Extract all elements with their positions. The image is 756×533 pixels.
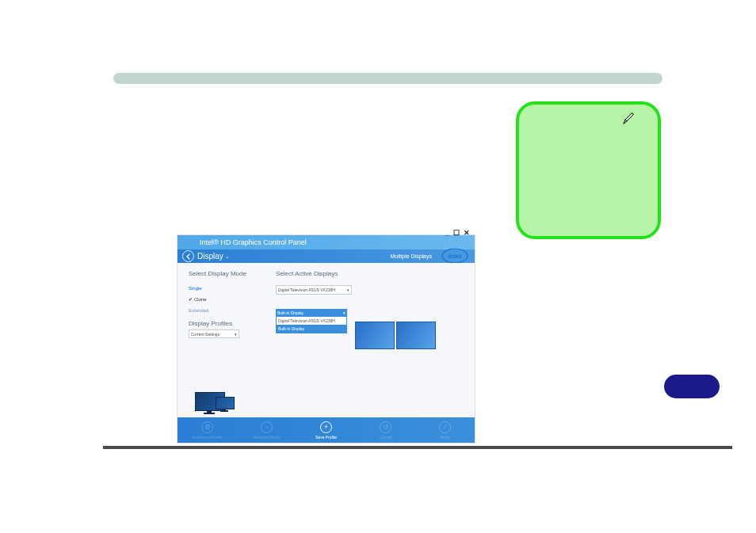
select-active-displays-label: Select Active Displays xyxy=(276,270,338,277)
chevron-down-icon: ▾ xyxy=(347,287,349,292)
bottom-action-bar: ⚙ Advanced Profile − Remove Profile + Sa… xyxy=(178,417,475,443)
check-icon: ✓ xyxy=(439,421,451,433)
svg-text:intel: intel xyxy=(449,253,461,260)
dropdown-option-2[interactable]: Built-in Display xyxy=(277,325,346,333)
decorative-grey-bar xyxy=(113,73,662,84)
chevron-down-icon: ▾ xyxy=(343,310,346,315)
dropdown-list: Digital Television ASUS VX238H Built-in … xyxy=(276,317,347,333)
intel-logo: intel xyxy=(441,247,468,265)
apply-label: Apply xyxy=(440,435,450,440)
display-profiles-label: Display Profiles xyxy=(189,320,232,327)
window-controls: _ ☐ ✕ xyxy=(445,229,470,237)
maximize-button[interactable]: ☐ xyxy=(453,229,460,237)
active-display-2-dropdown[interactable]: Built-in Display ▾ Digital Television AS… xyxy=(276,309,347,333)
cancel-button[interactable]: ↺ Cancel xyxy=(356,417,415,443)
active-display-1-value: Digital Television ASUS VX238H xyxy=(278,287,335,292)
cancel-icon: ↺ xyxy=(380,421,391,433)
mode-single[interactable]: Single xyxy=(189,284,208,293)
advanced-profile-label: Advanced Profile xyxy=(193,435,223,440)
save-profile-button[interactable]: + Save Profile xyxy=(296,417,356,443)
window-titlebar: Intel® HD Graphics Control Panel _ ☐ ✕ xyxy=(178,235,475,249)
chevron-down-icon[interactable]: ⌄ xyxy=(223,253,230,260)
section-bar: Display ⌄ Multiple Displays intel xyxy=(178,249,475,263)
preview-monitor-1[interactable] xyxy=(355,322,395,349)
back-icon[interactable] xyxy=(182,250,194,262)
dropdown-selected[interactable]: Built-in Display ▾ xyxy=(276,309,347,317)
close-button[interactable]: ✕ xyxy=(464,229,470,237)
panel-content: Select Display Mode Select Active Displa… xyxy=(178,263,475,417)
minimize-button[interactable]: _ xyxy=(445,229,449,237)
mode-extended[interactable]: Extended xyxy=(189,306,208,315)
chevron-down-icon: ▾ xyxy=(235,332,237,337)
active-display-1-select[interactable]: Digital Television ASUS VX238H ▾ xyxy=(276,285,352,295)
preview-monitor-2[interactable] xyxy=(396,322,436,349)
graphics-control-panel-window: Intel® HD Graphics Control Panel _ ☐ ✕ D… xyxy=(177,234,475,444)
remove-profile-button[interactable]: − Remove Profile xyxy=(237,417,296,443)
display-profile-value: Current Settings xyxy=(191,332,220,337)
section-title[interactable]: Display xyxy=(194,252,223,261)
display-mode-list: Single Clone Extended xyxy=(189,284,208,315)
select-display-mode-label: Select Display Mode xyxy=(189,270,246,277)
decorative-dark-line xyxy=(103,446,732,449)
display-arrangement-preview[interactable] xyxy=(355,322,436,349)
gear-icon: ⚙ xyxy=(201,421,213,433)
advanced-profile-button[interactable]: ⚙ Advanced Profile xyxy=(178,417,237,443)
display-profile-select[interactable]: Current Settings ▾ xyxy=(189,329,239,338)
section-subtitle: Multiple Displays xyxy=(390,253,432,259)
remove-profile-label: Remove Profile xyxy=(253,435,280,440)
pen-icon xyxy=(622,112,635,128)
dropdown-option-1[interactable]: Digital Television ASUS VX238H xyxy=(277,317,346,325)
save-profile-label: Save Profile xyxy=(315,435,337,440)
dropdown-header-text: Built-in Display xyxy=(277,310,304,315)
monitors-icon xyxy=(195,392,225,411)
apply-button[interactable]: ✓ Apply xyxy=(415,417,475,443)
minus-icon: − xyxy=(261,421,273,433)
window-title: Intel® HD Graphics Control Panel xyxy=(178,238,307,246)
cancel-label: Cancel xyxy=(380,435,392,440)
sticky-note-box xyxy=(516,101,661,239)
plus-icon: + xyxy=(320,421,332,433)
mode-clone[interactable]: Clone xyxy=(189,295,208,304)
decorative-blue-pill xyxy=(664,375,720,398)
